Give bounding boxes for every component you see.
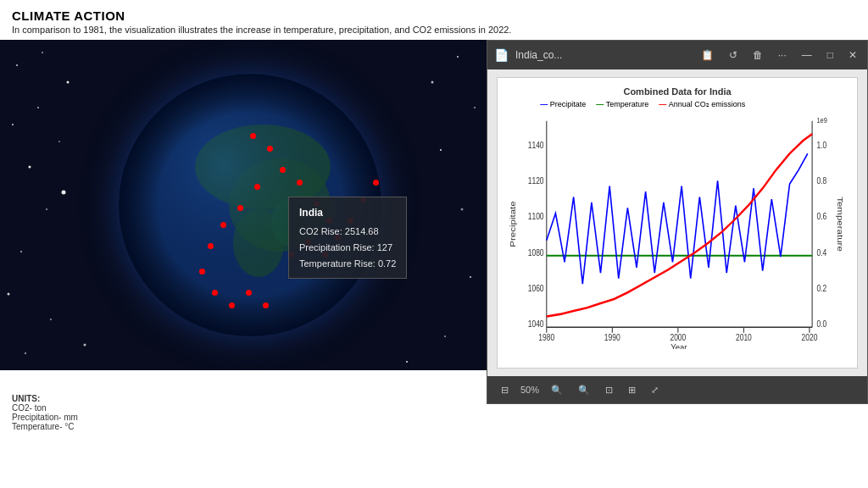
svg-point-11: [25, 352, 26, 354]
svg-point-0: [16, 64, 18, 66]
data-dot-22: [199, 269, 205, 274]
pdf-copy-btn[interactable]: 📋: [698, 47, 717, 63]
svg-point-8: [20, 251, 22, 252]
globe-section: India CO2 Rise: 2514.68 Precipitation Ri…: [0, 40, 500, 370]
svg-text:1060: 1060: [528, 283, 544, 293]
svg-point-7: [46, 208, 47, 210]
data-dot-0: [250, 133, 256, 139]
chart-legend: — Precipitate — Temperature — Annual CO₂…: [540, 100, 849, 108]
data-dot-3: [254, 184, 260, 190]
chart-title: Combined Data for India: [506, 86, 849, 97]
subtitle: In comparison to 1981, the visualization…: [12, 25, 856, 35]
data-dot-27: [339, 311, 345, 317]
data-dot-19: [237, 205, 243, 211]
svg-text:1120: 1120: [528, 175, 544, 186]
svg-point-1: [42, 52, 43, 53]
units-co2: CO2- ton: [12, 403, 488, 413]
svg-point-6: [29, 166, 31, 169]
legend-precip: — Precipitate: [540, 100, 586, 108]
units-section: UNITS: CO2- ton Precipitation- mm Temper…: [0, 389, 500, 436]
pdf-titlebar: 📄 India_co... 📋 ↺ 🗑 ··· — □ ✕: [487, 41, 867, 69]
data-dot-4: [297, 180, 303, 186]
header: CLIMATE ACTION In comparison to 1981, th…: [0, 0, 868, 40]
pdf-delete-btn[interactable]: 🗑: [749, 47, 766, 63]
data-dot-23: [212, 290, 218, 296]
india-tooltip: India CO2 Rise: 2514.68 Precipitation Ri…: [288, 197, 407, 279]
data-dot-21: [208, 243, 214, 249]
svg-text:Temperature: Temperature: [836, 197, 845, 252]
svg-text:2020: 2020: [802, 332, 818, 342]
svg-point-15: [440, 149, 442, 151]
svg-text:1990: 1990: [604, 332, 620, 342]
svg-text:2010: 2010: [736, 332, 752, 342]
svg-point-5: [58, 141, 60, 142]
zoom-in-btn[interactable]: 🔍: [575, 383, 593, 397]
chart-area: 1040 1060 1080 1100 1120 1140 0.0 0.2 0.…: [506, 110, 849, 349]
units-precip: Precipitation- mm: [12, 413, 488, 422]
units-title: UNITS:: [12, 394, 488, 403]
pdf-rotate-btn[interactable]: ↺: [726, 47, 741, 63]
svg-point-19: [84, 344, 86, 347]
tooltip-co2: CO2 Rise: 2514.68: [299, 224, 396, 240]
svg-point-2: [67, 81, 70, 84]
svg-text:0.4: 0.4: [817, 247, 827, 258]
svg-text:1.0: 1.0: [817, 140, 827, 150]
svg-text:0.6: 0.6: [817, 212, 827, 222]
svg-text:1980: 1980: [539, 332, 555, 342]
legend-temp: — Temperature: [596, 100, 648, 108]
chart-svg: 1040 1060 1080 1100 1120 1140 0.0 0.2 0.…: [506, 110, 849, 349]
svg-point-12: [457, 56, 459, 58]
data-dot-1: [267, 146, 273, 152]
svg-point-10: [50, 319, 52, 320]
svg-point-4: [12, 124, 14, 125]
svg-text:1140: 1140: [528, 140, 544, 150]
svg-text:2000: 2000: [670, 332, 687, 342]
fit-page-btn[interactable]: ⊡: [602, 383, 616, 397]
svg-point-20: [406, 361, 408, 363]
pdf-close-btn[interactable]: ✕: [845, 47, 860, 63]
zoom-label: 50%: [520, 385, 539, 395]
pdf-icon: 📄: [494, 48, 509, 62]
main-content: India CO2 Rise: 2514.68 Precipitation Ri…: [0, 40, 868, 436]
svg-point-3: [37, 107, 39, 108]
pdf-page-btn[interactable]: ⊟: [498, 383, 512, 397]
fit-width-btn[interactable]: ⊞: [625, 383, 639, 397]
legend-co2: — Annual CO₂ emissions: [659, 100, 745, 108]
tooltip-precip: Precipitation Rise: 127: [299, 240, 396, 256]
svg-point-14: [474, 107, 476, 108]
data-dot-25: [246, 290, 252, 296]
pdf-minimize-btn[interactable]: —: [798, 47, 815, 63]
svg-text:1040: 1040: [528, 319, 544, 330]
pdf-toolbar: ⊟ 50% 🔍 🔍 ⊡ ⊞ ⤢: [487, 376, 867, 403]
svg-point-18: [444, 336, 446, 337]
svg-point-21: [62, 191, 66, 195]
data-dot-2: [280, 167, 286, 173]
svg-text:1e9: 1e9: [817, 117, 828, 125]
svg-point-9: [8, 293, 10, 296]
page-wrapper: CLIMATE ACTION In comparison to 1981, th…: [0, 0, 868, 488]
svg-point-17: [470, 276, 471, 278]
svg-text:0.0: 0.0: [817, 319, 827, 330]
chart-container: Combined Data for India — Precipitate — …: [497, 77, 858, 369]
page-title: CLIMATE ACTION: [12, 8, 856, 23]
svg-text:1100: 1100: [528, 212, 544, 222]
pdf-content: Combined Data for India — Precipitate — …: [487, 69, 867, 376]
fullscreen-btn[interactable]: ⤢: [648, 383, 662, 397]
svg-text:0.8: 0.8: [817, 175, 827, 186]
units-temp: Temperature- °C: [12, 422, 488, 431]
pdf-tab-label: India_co...: [515, 49, 691, 61]
svg-text:Precipitate: Precipitate: [508, 201, 517, 247]
tooltip-temp: Temperature Rise: 0.72: [299, 256, 396, 272]
svg-text:1080: 1080: [528, 247, 544, 258]
svg-point-13: [431, 81, 434, 84]
pdf-restore-btn[interactable]: □: [824, 47, 837, 63]
zoom-out-btn[interactable]: 🔍: [548, 383, 566, 397]
pdf-more-btn[interactable]: ···: [775, 47, 790, 63]
svg-text:0.2: 0.2: [817, 283, 827, 293]
svg-point-16: [461, 208, 464, 211]
data-dot-20: [220, 222, 226, 228]
svg-text:Year: Year: [670, 342, 687, 349]
pdf-panel: 📄 India_co... 📋 ↺ 🗑 ··· — □ ✕ Combined D…: [487, 40, 868, 404]
data-dot-24: [229, 302, 235, 308]
data-dot-13: [373, 180, 379, 186]
